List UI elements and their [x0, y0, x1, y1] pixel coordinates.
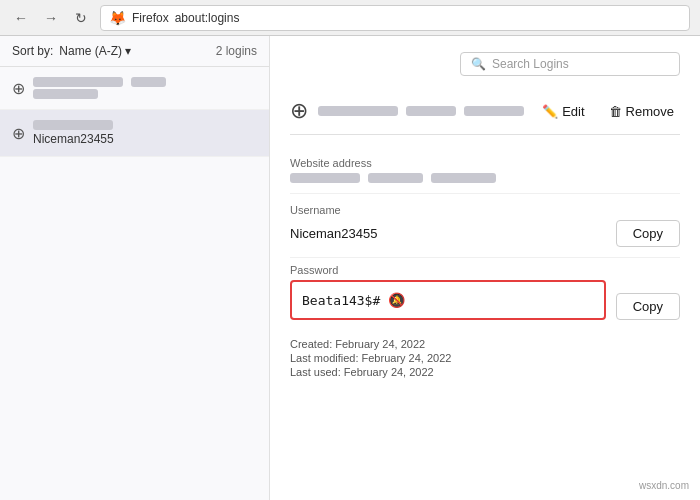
detail-actions: ✏️ Edit 🗑 Remove	[536, 100, 680, 123]
password-value: Beata143$#	[302, 293, 380, 308]
meta-info: Created: February 24, 2022 Last modified…	[290, 330, 680, 386]
remove-button[interactable]: 🗑 Remove	[603, 100, 680, 123]
edit-label: Edit	[562, 104, 584, 119]
refresh-button[interactable]: ↻	[70, 7, 92, 29]
copy-username-button[interactable]: Copy	[616, 220, 680, 247]
redacted-domain-bar	[33, 120, 113, 130]
globe-icon: ⊕	[12, 124, 25, 143]
username-value: Niceman23455	[290, 226, 606, 241]
detail-fields: Website address Username Niceman23455	[290, 147, 680, 386]
created-label: Created: February 24, 2022	[290, 338, 680, 350]
detail-panel: 🔍 Search Logins ⊕ ✏️ Edit	[270, 36, 700, 500]
trash-icon: 🗑	[609, 104, 622, 119]
pencil-icon: ✏️	[542, 104, 558, 119]
sort-bar: Sort by: Name (A-Z) ▾ 2 logins	[0, 36, 269, 67]
sort-value-label: Name (A-Z)	[59, 44, 122, 58]
copy-password-button[interactable]: Copy	[616, 293, 680, 320]
chevron-down-icon: ▾	[125, 44, 131, 58]
sort-by-label: Sort by:	[12, 44, 53, 58]
globe-icon: ⊕	[12, 79, 25, 98]
login-list: ⊕ ⊕	[0, 67, 269, 500]
browser-chrome: ← → ↻ 🦊 Firefox about:logins	[0, 0, 700, 36]
password-row: Beata143$# 🔕	[302, 292, 594, 308]
login-item-info	[33, 77, 166, 99]
domain-redacted	[33, 77, 166, 87]
search-input-placeholder: Search Logins	[492, 57, 569, 71]
website-value-redacted	[290, 173, 496, 183]
detail-domain-area	[318, 106, 536, 116]
password-field-section: Password Beata143$# 🔕	[290, 264, 606, 324]
website-field-row	[290, 173, 680, 183]
top-row: 🔍 Search Logins	[290, 52, 680, 90]
password-label: Password	[290, 264, 606, 276]
app-name-label: Firefox	[132, 11, 169, 25]
search-icon: 🔍	[471, 57, 486, 71]
used-label: Last used: February 24, 2022	[290, 366, 680, 378]
redacted-sub	[33, 89, 166, 99]
redacted-domain-bar-2	[131, 77, 166, 87]
detail-globe-icon: ⊕	[290, 98, 308, 124]
detail-header: ⊕ ✏️ Edit 🗑 Remove	[290, 98, 680, 135]
list-item[interactable]: ⊕	[0, 67, 269, 110]
redacted-domain-bar	[33, 77, 123, 87]
password-section-highlighted: Beata143$# 🔕	[290, 280, 606, 320]
sort-select[interactable]: Name (A-Z) ▾	[59, 44, 131, 58]
username-label: Username	[290, 204, 680, 216]
main-layout: Sort by: Name (A-Z) ▾ 2 logins ⊕	[0, 36, 700, 500]
login-count-label: 2 logins	[216, 44, 257, 58]
detail-domain-redacted	[318, 106, 536, 116]
password-row-outer: Password Beata143$# 🔕 Copy	[290, 258, 680, 330]
detail-domain-bar-3	[464, 106, 524, 116]
watermark: wsxdn.com	[636, 479, 692, 492]
modified-label: Last modified: February 24, 2022	[290, 352, 680, 364]
address-bar[interactable]: 🦊 Firefox about:logins	[100, 5, 690, 31]
username-field-section: Username Niceman23455 Copy	[290, 194, 680, 258]
website-redacted-2	[368, 173, 423, 183]
website-redacted-1	[290, 173, 360, 183]
url-label: about:logins	[175, 11, 240, 25]
forward-button[interactable]: →	[40, 7, 62, 29]
username-field-row: Niceman23455 Copy	[290, 220, 680, 247]
login-item-name: Niceman23455	[33, 132, 114, 146]
firefox-logo-icon: 🦊	[109, 10, 126, 26]
back-button[interactable]: ←	[10, 7, 32, 29]
list-item[interactable]: ⊕ Niceman23455	[0, 110, 269, 157]
login-item-info: Niceman23455	[33, 120, 114, 146]
domain-redacted	[33, 120, 114, 130]
detail-domain-bar-1	[318, 106, 398, 116]
sidebar: Sort by: Name (A-Z) ▾ 2 logins ⊕	[0, 36, 270, 500]
eye-icon[interactable]: 🔕	[388, 292, 405, 308]
search-bar[interactable]: 🔍 Search Logins	[460, 52, 680, 76]
redacted-sub-bar	[33, 89, 98, 99]
detail-domain-bar-2	[406, 106, 456, 116]
website-field-section: Website address	[290, 147, 680, 194]
edit-button[interactable]: ✏️ Edit	[536, 100, 590, 123]
website-redacted-3	[431, 173, 496, 183]
remove-label: Remove	[626, 104, 674, 119]
website-label: Website address	[290, 157, 680, 169]
